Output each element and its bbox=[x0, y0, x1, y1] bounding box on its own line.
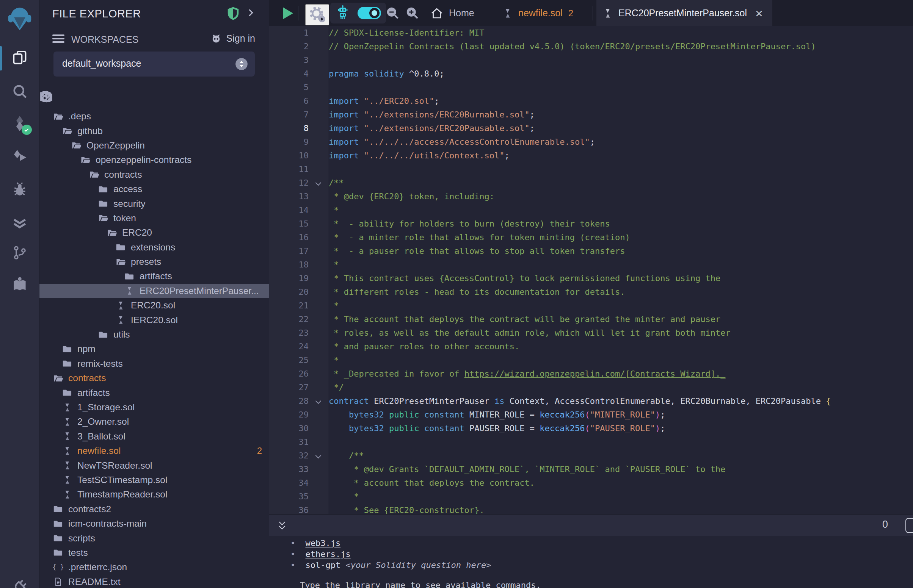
fold-chevron-icon[interactable] bbox=[309, 449, 329, 463]
tab-newfile-sol[interactable]: newfile.sol 2 bbox=[502, 0, 573, 26]
tree-item[interactable]: OpenZeppelin bbox=[39, 138, 269, 153]
fold-chevron-icon[interactable] bbox=[309, 149, 329, 163]
tree-item[interactable]: TimestampReader.sol bbox=[39, 487, 269, 502]
run-script-play-button[interactable] bbox=[283, 7, 293, 19]
fold-chevron-icon[interactable] bbox=[309, 176, 329, 190]
fold-chevron-icon[interactable] bbox=[309, 435, 329, 449]
fold-chevron-icon[interactable] bbox=[309, 313, 329, 326]
plugin-manager-plug-icon[interactable] bbox=[11, 577, 29, 588]
fold-chevron-icon[interactable] bbox=[309, 394, 329, 408]
tree-item[interactable]: NewTSReader.sol bbox=[39, 458, 269, 472]
git-branch-icon[interactable] bbox=[11, 244, 28, 261]
workspaces-menu-icon[interactable] bbox=[52, 34, 65, 45]
tree-item[interactable]: ERC20 bbox=[39, 225, 269, 240]
workspace-select[interactable]: default_workspace bbox=[53, 52, 255, 76]
tree-item[interactable]: README.txt bbox=[39, 575, 269, 588]
fold-chevron-icon[interactable] bbox=[309, 204, 329, 217]
tree-item[interactable]: artifacts bbox=[39, 269, 269, 283]
tree-item[interactable]: IERC20.sol bbox=[39, 313, 269, 327]
tree-item[interactable]: access bbox=[39, 182, 269, 196]
fold-chevron-icon[interactable] bbox=[309, 81, 329, 94]
fold-chevron-icon[interactable] bbox=[309, 299, 329, 313]
fold-chevron-icon[interactable] bbox=[309, 108, 329, 122]
tree-item[interactable]: artifacts bbox=[39, 385, 269, 400]
tree-item[interactable]: 2_Owner.sol bbox=[39, 415, 269, 429]
fold-chevron-icon[interactable] bbox=[309, 135, 329, 149]
github-sign-in-button[interactable]: Sign in bbox=[210, 32, 255, 44]
tree-item[interactable]: contracts2 bbox=[39, 502, 269, 516]
run-settings-gear-icon[interactable] bbox=[305, 4, 329, 25]
expand-terminal-double-chevron-icon[interactable] bbox=[277, 519, 289, 532]
terminal-search-input[interactable] bbox=[905, 518, 913, 533]
tree-item[interactable]: 3_Ballot.sol bbox=[39, 429, 269, 444]
tree-item[interactable]: github bbox=[39, 123, 269, 138]
ai-copilot-robot-icon[interactable] bbox=[335, 5, 351, 23]
fold-chevron-icon[interactable] bbox=[309, 217, 329, 231]
tree-item[interactable]: contracts bbox=[39, 371, 269, 385]
fold-chevron-icon[interactable] bbox=[309, 271, 329, 285]
tree-item[interactable]: 1_Storage.sol bbox=[39, 400, 269, 415]
fold-chevron-icon[interactable] bbox=[309, 490, 329, 504]
fold-chevron-icon[interactable] bbox=[309, 504, 329, 514]
deploy-and-run-icon[interactable] bbox=[11, 148, 28, 165]
fold-chevron-icon[interactable] bbox=[309, 94, 329, 108]
chevron-right-icon[interactable] bbox=[246, 9, 253, 16]
tree-item[interactable]: npm bbox=[39, 342, 269, 356]
code-area[interactable]: 1 // SPDX-License-Identifier: MIT 2 // O… bbox=[269, 26, 913, 514]
fold-chevron-icon[interactable] bbox=[309, 122, 329, 135]
learneth-book-icon[interactable] bbox=[11, 276, 28, 293]
tree-item[interactable]: .deps bbox=[39, 109, 269, 123]
fold-chevron-icon[interactable] bbox=[309, 340, 329, 354]
fold-chevron-icon[interactable] bbox=[309, 326, 329, 340]
tree-item[interactable]: TestSCTimestamp.sol bbox=[39, 473, 269, 487]
tree-item[interactable]: tests bbox=[39, 546, 269, 560]
tree-item[interactable]: contracts bbox=[39, 168, 269, 182]
zoom-out-icon[interactable] bbox=[385, 6, 400, 21]
terminal-list-item[interactable]: sol-gpt <your Solidity question here> bbox=[269, 560, 913, 570]
fold-chevron-icon[interactable] bbox=[309, 40, 329, 53]
close-tab-icon[interactable] bbox=[755, 7, 763, 20]
tree-item[interactable]: security bbox=[39, 196, 269, 211]
tree-item[interactable]: icm-contracts-main bbox=[39, 516, 269, 531]
fold-chevron-icon[interactable] bbox=[309, 285, 329, 299]
fold-chevron-icon[interactable] bbox=[309, 422, 329, 435]
file-explorer-icon[interactable] bbox=[11, 49, 28, 66]
terminal-list-item[interactable]: ethers.js bbox=[269, 549, 913, 560]
tab-erc20presetminterpauser-sol[interactable]: ERC20PresetMinterPauser.sol bbox=[596, 0, 772, 26]
explorer-toolbar-icon[interactable] bbox=[39, 90, 53, 105]
fold-chevron-icon[interactable] bbox=[309, 67, 329, 81]
fold-chevron-icon[interactable] bbox=[309, 163, 329, 176]
terminal-list-item[interactable]: web3.js bbox=[269, 538, 913, 549]
tree-item[interactable]: extensions bbox=[39, 240, 269, 255]
tree-item[interactable]: .prettierrc.json bbox=[39, 560, 269, 574]
solidity-compiler-icon[interactable] bbox=[11, 115, 28, 132]
fold-chevron-icon[interactable] bbox=[309, 26, 329, 40]
fold-chevron-icon[interactable] bbox=[309, 408, 329, 422]
tree-item[interactable]: ERC20PresetMinterPauser... bbox=[39, 284, 269, 298]
tree-item[interactable]: openzeppelin-contracts bbox=[39, 153, 269, 167]
fold-chevron-icon[interactable] bbox=[309, 53, 329, 67]
zoom-in-icon[interactable] bbox=[405, 6, 419, 21]
debugger-bug-icon[interactable] bbox=[11, 181, 28, 197]
fold-chevron-icon[interactable] bbox=[309, 258, 329, 271]
fold-chevron-icon[interactable] bbox=[309, 231, 329, 244]
fold-chevron-icon[interactable] bbox=[309, 463, 329, 476]
fold-chevron-icon[interactable] bbox=[309, 354, 329, 367]
tree-item[interactable]: scripts bbox=[39, 531, 269, 545]
tree-item[interactable]: remix-tests bbox=[39, 357, 269, 371]
fold-chevron-icon[interactable] bbox=[309, 244, 329, 258]
fold-chevron-icon[interactable] bbox=[309, 476, 329, 490]
tree-item[interactable]: token bbox=[39, 211, 269, 225]
tree-item[interactable]: ERC20.sol bbox=[39, 298, 269, 313]
fold-chevron-icon[interactable] bbox=[309, 367, 329, 381]
unit-testing-icon[interactable] bbox=[11, 215, 28, 231]
tab-home[interactable]: Home bbox=[430, 0, 474, 26]
code-text: * bbox=[329, 258, 339, 271]
fold-chevron-icon[interactable] bbox=[309, 381, 329, 394]
tree-item[interactable]: utils bbox=[39, 327, 269, 342]
fold-chevron-icon[interactable] bbox=[309, 190, 329, 204]
search-icon[interactable] bbox=[11, 83, 28, 100]
ai-copilot-toggle[interactable] bbox=[358, 7, 381, 19]
tree-item[interactable]: presets bbox=[39, 255, 269, 269]
tree-item[interactable]: newfile.sol 2 bbox=[39, 444, 269, 458]
